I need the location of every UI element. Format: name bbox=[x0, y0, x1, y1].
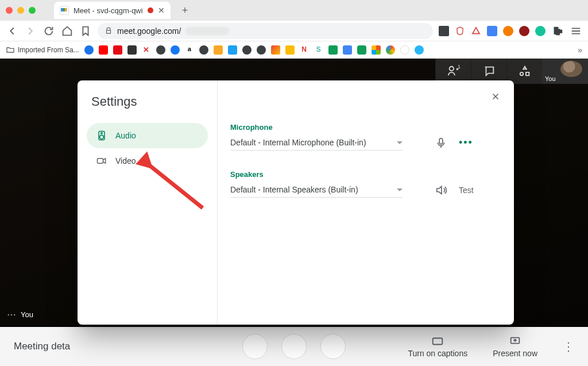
speakers-select[interactable]: Default - Internal Speakers (Built-in) bbox=[230, 182, 403, 198]
bm-sheets-icon[interactable] bbox=[328, 45, 338, 55]
bm-twitter-icon[interactable] bbox=[228, 45, 237, 55]
self-video-tile[interactable]: You bbox=[542, 59, 588, 84]
svg-point-3 bbox=[100, 135, 104, 139]
browser-navbar: meet.google.com/ bbox=[0, 21, 588, 41]
bm-facebook-icon[interactable] bbox=[171, 45, 180, 55]
bm-blue-icon[interactable] bbox=[415, 45, 424, 55]
speakers-label: Speakers bbox=[230, 170, 501, 179]
microphone-section: Microphone Default - Internal Microphone… bbox=[230, 123, 501, 151]
bm-globe3-icon[interactable] bbox=[242, 45, 252, 55]
svg-rect-0 bbox=[433, 338, 443, 345]
speakers-value: Default - Internal Speakers (Built-in) bbox=[230, 185, 358, 194]
tab-close-button[interactable]: ✕ bbox=[158, 6, 165, 15]
address-bar[interactable]: meet.google.com/ bbox=[98, 23, 433, 39]
bm-docs-icon[interactable] bbox=[343, 45, 352, 55]
mute-mic-button[interactable] bbox=[242, 334, 268, 359]
ext-orange-icon[interactable] bbox=[503, 26, 513, 36]
translate-ext-icon[interactable] bbox=[487, 26, 497, 36]
bm-icon[interactable] bbox=[84, 45, 94, 55]
window-titlebar: Meet - svd-cqgm-qwi ✕ + bbox=[0, 0, 588, 21]
bookmark-folder-label: Imported From Sa... bbox=[18, 46, 79, 54]
toggle-camera-button[interactable] bbox=[320, 334, 346, 359]
close-icon bbox=[490, 91, 501, 102]
chevron-down-icon bbox=[397, 141, 403, 144]
bm-g-icon[interactable] bbox=[400, 45, 409, 55]
bm-hangouts-icon[interactable] bbox=[357, 45, 366, 55]
microphone-label: Microphone bbox=[230, 123, 501, 132]
present-icon bbox=[509, 335, 521, 348]
tab-title: Meet - svd-cqgm-qwi bbox=[74, 6, 143, 15]
address-host: meet.google.com/ bbox=[117, 26, 181, 36]
stage-self-label: ⋯ You bbox=[7, 309, 33, 320]
volume-icon bbox=[435, 184, 447, 197]
grammarly-ext-icon[interactable] bbox=[535, 26, 546, 36]
bm-s-icon[interactable]: S bbox=[314, 45, 323, 55]
window-minimize-button[interactable] bbox=[17, 7, 24, 14]
settings-nav-video[interactable]: Video bbox=[87, 148, 208, 174]
present-button[interactable]: Present now bbox=[493, 335, 537, 358]
ext-triangle-icon[interactable] bbox=[471, 26, 481, 36]
bm-x-icon[interactable]: ✕ bbox=[142, 45, 151, 55]
bm-chrome-icon[interactable] bbox=[386, 45, 395, 55]
browser-tab[interactable]: Meet - svd-cqgm-qwi ✕ bbox=[54, 2, 171, 19]
settings-dialog: Settings Audio Video Microphone Default … bbox=[78, 80, 514, 325]
bm-gmail-icon[interactable] bbox=[271, 45, 280, 55]
brave-ext-icon[interactable] bbox=[455, 26, 465, 36]
address-path-redacted bbox=[185, 27, 229, 35]
bm-netflix-icon[interactable] bbox=[113, 45, 122, 55]
bm-globe2-icon[interactable] bbox=[199, 45, 208, 55]
microphone-value: Default - Internal Microphone (Built-in) bbox=[230, 138, 366, 147]
bm-globe-icon[interactable] bbox=[156, 45, 165, 55]
back-button[interactable] bbox=[6, 25, 18, 37]
svg-rect-5 bbox=[98, 159, 103, 163]
meet-favicon-icon bbox=[60, 6, 69, 15]
bm-n-icon[interactable]: N bbox=[300, 45, 309, 55]
settings-nav: Settings Audio Video bbox=[78, 80, 218, 325]
home-button[interactable] bbox=[61, 25, 74, 37]
video-icon bbox=[96, 155, 107, 167]
bm-ms-icon[interactable] bbox=[372, 45, 381, 55]
svg-rect-6 bbox=[439, 138, 443, 144]
meeting-details-button[interactable]: Meeting deta bbox=[14, 341, 70, 352]
extensions-puzzle-icon[interactable] bbox=[551, 25, 564, 37]
participants-count: 1 bbox=[458, 64, 461, 70]
bm-globe4-icon[interactable] bbox=[257, 45, 266, 55]
ext-darkred-icon[interactable] bbox=[519, 26, 529, 36]
bm-flipkart-icon[interactable] bbox=[214, 45, 223, 55]
window-close-button[interactable] bbox=[6, 7, 13, 14]
reload-button[interactable] bbox=[42, 25, 55, 37]
activities-button[interactable] bbox=[506, 59, 542, 84]
forward-button[interactable] bbox=[24, 25, 37, 37]
mic-more-button[interactable]: ••• bbox=[459, 137, 473, 149]
settings-nav-audio-label: Audio bbox=[115, 131, 136, 140]
browser-menu-button[interactable] bbox=[570, 25, 582, 37]
bookmark-folder-imported[interactable]: Imported From Sa... bbox=[6, 45, 79, 55]
recording-indicator-icon bbox=[148, 7, 153, 13]
present-label: Present now bbox=[493, 349, 537, 358]
window-zoom-button[interactable] bbox=[29, 7, 36, 14]
captions-label: Turn on captions bbox=[408, 349, 467, 358]
stage-options-icon[interactable]: ⋯ bbox=[7, 309, 16, 320]
hangup-button[interactable] bbox=[281, 334, 307, 359]
folder-icon bbox=[6, 45, 15, 55]
microphone-select[interactable]: Default - Internal Microphone (Built-in) bbox=[230, 135, 403, 151]
camera-ext-icon[interactable] bbox=[439, 26, 449, 36]
dialog-close-button[interactable] bbox=[488, 88, 504, 105]
more-options-button[interactable]: ⋮ bbox=[563, 340, 574, 353]
self-tile-label: You bbox=[545, 75, 556, 82]
captions-button[interactable]: Turn on captions bbox=[408, 335, 467, 358]
speakers-test-button[interactable]: Test bbox=[459, 186, 474, 195]
speakers-section: Speakers Default - Internal Speakers (Bu… bbox=[230, 170, 501, 198]
captions-icon bbox=[431, 335, 444, 348]
svg-point-4 bbox=[101, 133, 103, 134]
chevron-down-icon bbox=[397, 188, 403, 191]
bookmarks-overflow-button[interactable]: » bbox=[578, 45, 582, 55]
microphone-icon bbox=[435, 137, 447, 149]
settings-nav-audio[interactable]: Audio bbox=[87, 123, 208, 148]
bm-youtube-icon[interactable] bbox=[99, 45, 108, 55]
new-tab-button[interactable]: + bbox=[182, 5, 188, 17]
bookmark-button[interactable] bbox=[79, 25, 92, 37]
bm-icon[interactable] bbox=[127, 45, 137, 55]
bm-keep-icon[interactable] bbox=[285, 45, 295, 55]
bm-amazon-icon[interactable]: a bbox=[185, 45, 194, 55]
